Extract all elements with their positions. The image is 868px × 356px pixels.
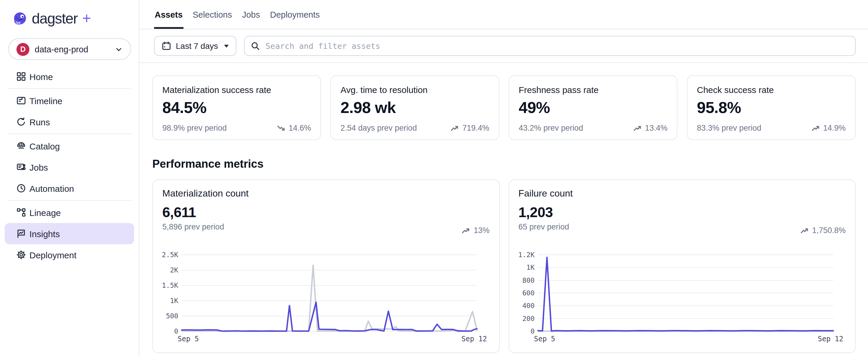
sidebar-item-runs[interactable]: Runs bbox=[0, 111, 139, 132]
svg-text:0: 0 bbox=[174, 327, 178, 335]
metric-value: 49% bbox=[519, 99, 668, 117]
sidebar-item-automation[interactable]: Automation bbox=[0, 178, 139, 199]
chart-prev-period: 65 prev period bbox=[518, 222, 846, 231]
home-grid-icon bbox=[16, 71, 27, 82]
svg-text:1K: 1K bbox=[170, 297, 178, 304]
timeline-icon bbox=[16, 95, 27, 106]
materialization-count-line-chart[interactable]: 2.5K2K1.5K1K5000Sep 5Sep 12 bbox=[162, 249, 491, 344]
gear-icon bbox=[16, 249, 27, 260]
caret-down-icon bbox=[224, 44, 228, 48]
metric-card-check-success-rate: Check success rate 95.8% 83.3% prev peri… bbox=[687, 75, 856, 140]
lineage-graph-icon bbox=[16, 207, 27, 218]
sidebar-item-label: Catalog bbox=[29, 141, 60, 151]
chart-trend: 13% bbox=[462, 226, 490, 235]
sidebar-item-home[interactable]: Home bbox=[0, 66, 139, 87]
chart-title: Materialization count bbox=[162, 188, 490, 199]
svg-text:2K: 2K bbox=[170, 266, 178, 274]
svg-text:800: 800 bbox=[522, 276, 534, 284]
metric-title: Freshness pass rate bbox=[519, 85, 668, 95]
trend-down-icon bbox=[277, 124, 285, 131]
sidebar-item-label: Lineage bbox=[29, 207, 61, 217]
clock-icon bbox=[16, 183, 27, 194]
metric-trend: 13.4% bbox=[633, 124, 668, 132]
chevron-down-icon bbox=[115, 45, 123, 53]
svg-text:1.5K: 1.5K bbox=[162, 281, 178, 289]
sidebar-item-insights[interactable]: Insights bbox=[5, 223, 134, 244]
metric-trend-value: 719.4% bbox=[462, 124, 489, 132]
tab-jobs[interactable]: Jobs bbox=[241, 0, 260, 29]
sidebar-divider bbox=[8, 200, 131, 201]
runs-loop-icon bbox=[16, 117, 27, 127]
deployment-switcher[interactable]: D data-eng-prod bbox=[8, 38, 131, 60]
metric-prev-period: 2.54 days prev period bbox=[341, 124, 417, 132]
metric-trend-value: 14.6% bbox=[288, 124, 311, 132]
sidebar-item-lineage[interactable]: Lineage bbox=[0, 202, 139, 223]
trend-up-icon bbox=[451, 124, 459, 131]
metric-title: Check success rate bbox=[697, 85, 846, 95]
metric-title: Materialization success rate bbox=[162, 85, 311, 95]
brand-wordmark: dagster bbox=[32, 10, 78, 27]
deployment-avatar: D bbox=[17, 43, 29, 56]
tab-assets[interactable]: Assets bbox=[154, 0, 183, 29]
date-range-label: Last 7 days bbox=[176, 41, 218, 51]
svg-text:200: 200 bbox=[522, 315, 534, 323]
metric-prev-period: 98.9% prev period bbox=[162, 124, 227, 132]
sidebar-item-timeline[interactable]: Timeline bbox=[0, 90, 139, 111]
chart-card-failure-count: Failure count 1,203 65 prev period 1,750… bbox=[508, 179, 856, 353]
chart-value: 6,611 bbox=[162, 204, 490, 221]
trend-up-icon bbox=[811, 124, 820, 131]
chart-card-materialization-count: Materialization count 6,611 5,896 prev p… bbox=[152, 179, 500, 353]
search-box bbox=[244, 36, 856, 56]
metric-trend: 14.9% bbox=[811, 124, 846, 132]
sidebar-item-deployment[interactable]: Deployment bbox=[0, 244, 139, 265]
date-range-dropdown[interactable]: Last 7 days bbox=[154, 36, 236, 56]
sidebar-item-label: Automation bbox=[29, 183, 74, 193]
svg-text:0: 0 bbox=[530, 327, 534, 335]
performance-metrics-heading: Performance metrics bbox=[152, 158, 856, 171]
sidebar-item-jobs[interactable]: Jobs bbox=[0, 156, 139, 178]
search-input[interactable] bbox=[264, 40, 849, 51]
metric-card-materialization-success-rate: Materialization success rate 84.5% 98.9%… bbox=[152, 75, 321, 140]
metric-value: 84.5% bbox=[162, 99, 311, 117]
insights-content: Materialization success rate 84.5% 98.9%… bbox=[140, 63, 868, 356]
trend-up-icon bbox=[462, 227, 471, 234]
sidebar-item-label: Insights bbox=[29, 229, 60, 239]
app-root: dagster + D data-eng-prod Home Time bbox=[0, 0, 868, 356]
jobs-icon bbox=[16, 162, 27, 172]
chart-prev-period: 5,896 prev period bbox=[162, 222, 490, 231]
sidebar-item-catalog[interactable]: Catalog bbox=[0, 135, 139, 156]
svg-text:Sep 12: Sep 12 bbox=[461, 335, 487, 343]
sidebar-item-label: Runs bbox=[29, 117, 50, 127]
trend-up-icon bbox=[800, 227, 809, 234]
failure-count-line-chart[interactable]: 1.2K1K8006004002000Sep 5Sep 12 bbox=[518, 249, 848, 344]
metric-trend: 719.4% bbox=[451, 124, 489, 132]
metric-summary-row: Materialization success rate 84.5% 98.9%… bbox=[152, 75, 856, 140]
metric-title: Avg. time to resolution bbox=[341, 85, 489, 95]
main-area: Assets Selections Jobs Deployments Last … bbox=[140, 0, 868, 356]
brand-plus-badge: + bbox=[82, 9, 91, 28]
filter-bar: Last 7 days bbox=[140, 29, 868, 63]
tab-selections[interactable]: Selections bbox=[192, 0, 232, 29]
svg-text:Sep 12: Sep 12 bbox=[817, 335, 843, 343]
metric-card-avg-time-to-resolution: Avg. time to resolution 2.98 wk 2.54 day… bbox=[331, 75, 499, 140]
metric-card-freshness-pass-rate: Freshness pass rate 49% 43.2% prev perio… bbox=[509, 75, 678, 140]
chart-trend-value: 1,750.8% bbox=[812, 226, 846, 235]
sidebar: dagster + D data-eng-prod Home Time bbox=[0, 0, 140, 356]
svg-text:Sep 5: Sep 5 bbox=[178, 335, 199, 343]
dagster-logo[interactable]: dagster + bbox=[0, 0, 139, 28]
metric-trend-value: 13.4% bbox=[645, 124, 668, 132]
trend-up-icon bbox=[633, 124, 642, 131]
chart-trend-value: 13% bbox=[474, 226, 490, 235]
svg-text:400: 400 bbox=[522, 302, 534, 309]
calendar-icon bbox=[162, 41, 171, 51]
metric-prev-period: 83.3% prev period bbox=[697, 124, 761, 132]
sidebar-item-label: Home bbox=[29, 71, 53, 82]
svg-text:600: 600 bbox=[522, 289, 534, 297]
sidebar-divider bbox=[8, 134, 131, 134]
sidebar-item-label: Deployment bbox=[29, 250, 76, 260]
chart-row: Materialization count 6,611 5,896 prev p… bbox=[152, 179, 856, 353]
svg-text:500: 500 bbox=[166, 312, 178, 320]
tab-deployments[interactable]: Deployments bbox=[269, 0, 320, 29]
metric-prev-period: 43.2% prev period bbox=[519, 124, 583, 132]
sidebar-divider bbox=[8, 88, 131, 89]
